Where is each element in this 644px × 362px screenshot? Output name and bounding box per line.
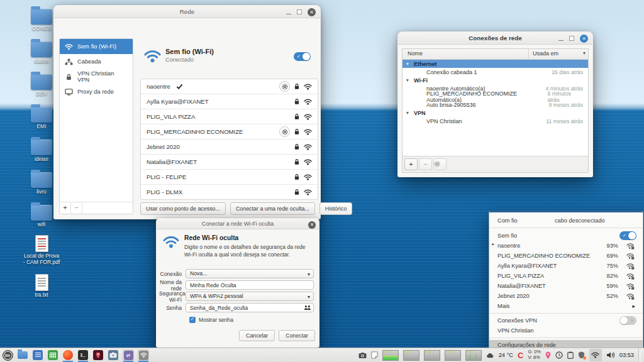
sidebar-item-vpn[interactable]: VPN Christian VPN [60, 69, 133, 84]
sidebar-item-wired[interactable]: Cabeada [60, 54, 133, 69]
connection-row[interactable]: VPN Christian11 meses atrás [402, 117, 588, 125]
weather-cloud-icon[interactable] [486, 353, 494, 358]
network-settings-gear-button[interactable] [279, 81, 290, 92]
vpn-connection-item[interactable]: VPN Christian [489, 326, 643, 336]
desktop-icon-txt[interactable]: tra.txt [23, 274, 60, 299]
edit-gear-button[interactable] [433, 158, 447, 170]
network-row[interactable]: PLIG - FELIPE [141, 170, 318, 185]
network-row[interactable]: Aylla Kyara@FIXANET [141, 94, 318, 109]
connect-hidden-button[interactable]: Conectar a uma rede oculta... [230, 202, 315, 215]
system-monitor-net-graph[interactable] [465, 350, 482, 361]
cancel-button[interactable]: Cancelar [239, 330, 275, 341]
input-source-icon[interactable] [304, 305, 311, 310]
group-row-vpn[interactable]: ▾VPN [402, 109, 588, 117]
password-input[interactable] [186, 303, 314, 312]
close-button[interactable]: ✕ [308, 8, 316, 16]
maximize-button[interactable] [297, 9, 302, 14]
clock-applet-icon[interactable] [555, 351, 563, 359]
expander-icon[interactable]: ▾ [406, 110, 414, 116]
applet-network-row[interactable]: PLIG_MERCADINHO ECONOMIZE69% [489, 251, 643, 261]
network-settings-gear-button[interactable] [279, 126, 290, 137]
vpn-toggle-row[interactable]: Conexões VPN [489, 315, 643, 326]
group-row-wifi[interactable]: ▾Wi-Fi [402, 76, 588, 84]
expander-icon[interactable]: ▾ [406, 77, 414, 83]
screenshot-app-launcher[interactable] [108, 349, 119, 361]
remove-connection-button[interactable]: − [71, 202, 82, 214]
location-pin-icon[interactable] [545, 351, 551, 359]
minimize-button[interactable] [558, 36, 564, 41]
expander-icon[interactable]: ▾ [406, 61, 414, 67]
weather-temp[interactable]: 24 °C [499, 352, 513, 358]
volume-icon[interactable] [606, 351, 615, 359]
vpn-toggle[interactable] [619, 316, 636, 325]
show-desktop-edge[interactable] [638, 348, 641, 362]
network-row[interactable]: naoentre [141, 79, 318, 94]
sidebar-item-wifi[interactable]: Sem fio (Wi-Fi) [60, 39, 133, 54]
titlebar[interactable]: Conectar a rede Wi-Fi oculta ✕ [157, 219, 319, 229]
network-window-button[interactable] [138, 349, 149, 361]
system-monitor-cpu-graph[interactable] [382, 350, 399, 361]
desktop-icon-pdf[interactable]: Local de Prova - CAM FOR.pdf [23, 235, 60, 266]
show-password-checkbox[interactable] [189, 317, 196, 323]
network-name-input[interactable] [186, 280, 314, 290]
network-row[interactable]: PLIG - DLMX [141, 185, 318, 200]
terminal-window-button[interactable] [77, 349, 89, 361]
gpu-usage[interactable]: G: 0%V: 8% [528, 349, 540, 361]
calc-launcher[interactable] [47, 349, 58, 361]
network-tray-icon[interactable] [589, 349, 602, 361]
group-row-ethernet[interactable]: ▾Ethernet [402, 60, 588, 68]
network-row[interactable]: PLIG_VILA PIZZA [141, 109, 318, 124]
clock-time[interactable]: 03:53 [619, 352, 634, 358]
hotspot-button[interactable]: Usar como ponto de acesso... [140, 202, 226, 215]
applet-network-row[interactable]: Jebnet 202052% [489, 291, 643, 301]
column-used[interactable]: Usada em [528, 49, 588, 59]
browser-window-button[interactable] [62, 349, 74, 361]
remove-button[interactable]: − [419, 158, 432, 170]
system-monitor-graph[interactable] [403, 350, 419, 361]
applet-network-row[interactable]: PLIG_VILA PIZZA82% [489, 271, 643, 281]
network-row[interactable]: PLIG_MERCADINHO ECONOMIZE [141, 124, 318, 140]
folder-icon [31, 140, 52, 155]
connection-row[interactable]: PLIG_MERCADINHO ECONOMIZE Automático(a)6… [402, 92, 588, 101]
system-monitor-graph[interactable] [424, 350, 440, 361]
titlebar[interactable]: Conexões de rede ✕ [398, 32, 592, 45]
applet-network-row[interactable]: Aylla Kyara@FIXANET75% [489, 261, 643, 271]
maximize-button[interactable] [569, 36, 574, 41]
sync-window-button[interactable]: ⇄ [123, 349, 134, 361]
more-networks-item[interactable]: Mais [489, 301, 643, 311]
titlebar[interactable]: Rede ✕ [54, 6, 320, 18]
connection-dropdown[interactable]: Nova... [186, 269, 314, 278]
wifi-toggle[interactable] [294, 52, 311, 61]
show-password-row[interactable]: Mostrar senha [189, 317, 233, 323]
map-app-launcher[interactable] [92, 349, 104, 361]
update-shield-icon[interactable] [578, 351, 585, 359]
system-monitor-graph[interactable] [445, 350, 461, 361]
security-dropdown[interactable]: WPA & WPA2 pessoal [186, 292, 314, 301]
writer-launcher[interactable] [32, 349, 43, 361]
notes-tray-icon[interactable] [371, 351, 378, 359]
network-row[interactable]: Jebnet 2020 [141, 140, 318, 155]
connection-row[interactable]: Conexão cabeada 126 dias atrás [402, 68, 588, 76]
close-button[interactable]: ✕ [580, 35, 588, 43]
column-name[interactable]: Nome [402, 49, 528, 59]
history-button[interactable]: Histórico [319, 202, 353, 215]
minimize-button[interactable] [286, 9, 291, 14]
clipboard-tray-icon[interactable] [567, 351, 574, 359]
applet-network-row[interactable]: Natalia@FIXANET59% [489, 281, 643, 291]
network-row[interactable]: Natalia@FIXANET [141, 155, 318, 170]
connect-button[interactable]: Conectar [279, 330, 315, 341]
signal-strength: 93% [597, 243, 618, 249]
close-button[interactable]: ✕ [308, 221, 316, 229]
applet-network-row[interactable]: naoentre93% [489, 241, 643, 251]
screenshot-tray-icon[interactable] [358, 352, 367, 359]
file-manager-launcher[interactable] [17, 349, 28, 361]
add-connection-button[interactable]: + [60, 202, 71, 214]
wireless-toggle[interactable] [619, 231, 636, 240]
wired-status-row[interactable]: Com fio cabo desconectado [489, 215, 643, 226]
wireless-toggle-row[interactable]: Sem fio [489, 230, 643, 241]
connection-row[interactable]: Auto brisa-29055369 meses atrás [402, 101, 588, 109]
sidebar-item-proxy[interactable]: Proxy da rede [60, 84, 133, 99]
sensor-applet-logo[interactable]: C [518, 351, 523, 360]
mint-menu-button[interactable]: lm [2, 349, 13, 361]
add-button[interactable]: + [404, 158, 418, 170]
